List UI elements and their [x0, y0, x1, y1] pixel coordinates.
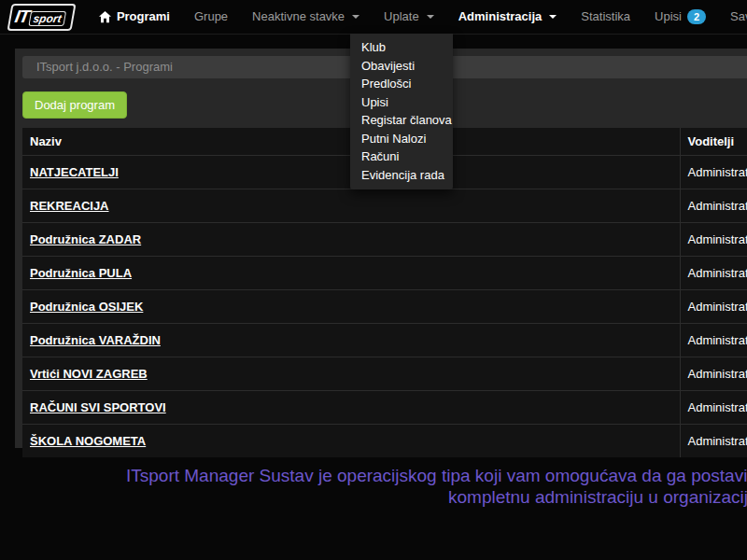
- voditelji-cell: Administrator: [680, 324, 747, 357]
- program-link[interactable]: Podružnica OSIJEK: [30, 300, 143, 314]
- nav-item-savezi[interactable]: Savezi: [718, 0, 747, 34]
- table-row: Podružnica OSIJEK Administrator: [22, 290, 747, 324]
- itsport-logo[interactable]: IT sport: [7, 4, 76, 31]
- voditelji-cell: Administrator: [680, 391, 747, 425]
- nav-label: Grupe: [194, 0, 228, 34]
- table-row: Podružnica VARAŽDIN Administrator: [22, 324, 747, 357]
- menu-item-klub[interactable]: Klub: [350, 38, 453, 57]
- nav-label: Administracija: [458, 0, 543, 34]
- nav-item-uplate[interactable]: Uplate: [372, 0, 446, 34]
- table-row: Vrtići NOVI ZAGREB Administrator: [22, 357, 747, 391]
- chevron-down-icon: [549, 15, 557, 19]
- table-row: REKREACIJA Administrator: [22, 189, 747, 223]
- footer-promo-line-2: kompletnu administraciju u organizacijsk…: [448, 487, 747, 508]
- table-row: ŠKOLA NOGOMETA Administrator: [22, 425, 747, 458]
- program-link[interactable]: RAČUNI SVI SPORTOVI: [30, 400, 166, 414]
- nav-menu: Programi Grupe Neaktivne stavke Uplate A…: [87, 0, 747, 34]
- nav-item-grupe[interactable]: Grupe: [182, 0, 240, 34]
- voditelji-cell: Administrator: [680, 290, 747, 324]
- administracija-dropdown-menu: Klub Obavijesti Predlošci Upisi Registar…: [350, 34, 453, 189]
- table-row: Podružnica PULA Administrator: [22, 257, 747, 290]
- upisi-count-badge: 2: [687, 9, 706, 24]
- nav-label: Upisi: [655, 0, 682, 34]
- table-row: Podružnica ZADAR Administrator: [22, 223, 747, 257]
- menu-item-registar-clanova[interactable]: Registar članova: [350, 111, 453, 130]
- home-icon: [99, 11, 111, 23]
- nav-item-upisi[interactable]: Upisi 2: [642, 0, 718, 34]
- add-program-button[interactable]: Dodaj program: [22, 91, 127, 119]
- top-navbar: IT sport Programi Grupe Neaktivne stavke…: [0, 0, 747, 35]
- table-row: RAČUNI SVI SPORTOVI Administrator: [22, 391, 747, 425]
- voditelji-cell: Administrator: [680, 257, 747, 290]
- voditelji-cell: Administrator: [680, 223, 747, 257]
- voditelji-cell: Administrator: [680, 357, 747, 391]
- footer-promo-line-1: ITsport Manager Sustav je operacijskog t…: [126, 466, 747, 486]
- program-link[interactable]: ŠKOLA NOGOMETA: [30, 434, 146, 448]
- nav-item-statistika[interactable]: Statistika: [569, 0, 642, 34]
- nav-item-neaktivne-stavke[interactable]: Neaktivne stavke: [240, 0, 372, 34]
- menu-item-racuni[interactable]: Računi: [350, 147, 453, 166]
- program-link[interactable]: NATJECATELJI: [30, 165, 119, 179]
- logo-sport-text: sport: [28, 11, 66, 26]
- nav-label: Uplate: [384, 0, 419, 34]
- nav-item-administracija[interactable]: Administracija: [446, 0, 570, 34]
- program-link[interactable]: REKREACIJA: [30, 199, 109, 213]
- nav-label: Statistika: [581, 0, 630, 34]
- program-link[interactable]: Podružnica PULA: [30, 266, 132, 280]
- program-link[interactable]: Vrtići NOVI ZAGREB: [30, 367, 148, 381]
- voditelji-cell: Administrator: [680, 425, 747, 458]
- program-link[interactable]: Podružnica VARAŽDIN: [30, 333, 161, 347]
- chevron-down-icon: [427, 15, 434, 19]
- nav-item-programi[interactable]: Programi: [87, 0, 182, 34]
- voditelji-cell: Administrator: [680, 156, 747, 189]
- menu-item-upisi[interactable]: Upisi: [350, 93, 453, 112]
- program-link[interactable]: Podružnica ZADAR: [30, 232, 141, 246]
- menu-item-obavijesti[interactable]: Obavijesti: [350, 57, 453, 76]
- nav-label: Programi: [117, 0, 170, 34]
- menu-item-evidencija-rada[interactable]: Evidencija rada: [350, 166, 453, 185]
- column-header-voditelji: Voditelji: [680, 128, 747, 156]
- nav-label: Savezi: [730, 0, 747, 34]
- chevron-down-icon: [352, 15, 359, 19]
- menu-item-predlosci[interactable]: Predlošci: [350, 75, 453, 93]
- voditelji-cell: Administrator: [680, 189, 747, 223]
- menu-item-putni-nalozi[interactable]: Putni Nalozi: [350, 130, 453, 148]
- nav-label: Neaktivne stavke: [252, 0, 345, 34]
